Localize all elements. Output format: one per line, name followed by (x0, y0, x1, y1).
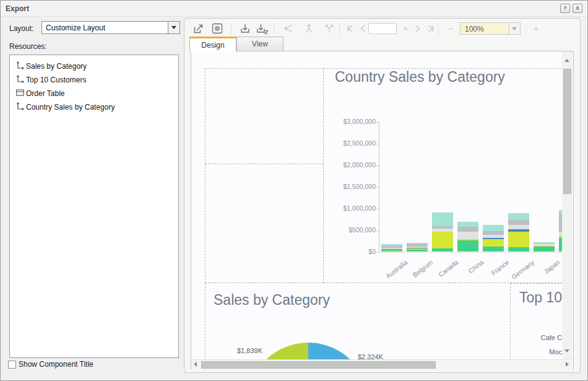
scroll-down-icon[interactable] (564, 349, 569, 353)
export-icon (192, 22, 205, 35)
vertical-scrollbar-thumb[interactable] (563, 69, 571, 194)
horizontal-scrollbar[interactable] (191, 359, 573, 369)
layout-cell-empty-top[interactable] (205, 68, 324, 164)
x-axis-line (379, 252, 562, 253)
scroll-up-icon[interactable] (564, 59, 569, 62)
bar-segment (381, 249, 402, 250)
bar-segment (432, 232, 453, 248)
chart-axis-icon (15, 61, 26, 72)
layout-cell-empty-bottom[interactable] (205, 164, 324, 283)
bar-segment (432, 226, 453, 229)
download-icon (239, 22, 251, 35)
bar-segment (508, 225, 529, 229)
settings-button[interactable] (210, 21, 225, 36)
show-component-title-checkbox[interactable] (8, 361, 16, 369)
resource-item[interactable]: Order Table (10, 87, 178, 100)
design-canvas: Country Sales by Category $3,000,000$2,5… (191, 51, 562, 359)
resource-item[interactable]: Country Sales by Category (10, 100, 178, 114)
table-icon (15, 88, 26, 99)
toolbar-separator (274, 22, 274, 35)
export-button[interactable] (191, 21, 206, 36)
pie-slice-label: $2,324K (358, 353, 383, 359)
close-button[interactable]: X (573, 4, 582, 13)
resource-item-label: Top 10 Customers (26, 76, 86, 84)
bar-segment (457, 232, 478, 239)
y-axis-tick-label: $2,000,000 (321, 161, 376, 169)
merge-up-icon (303, 22, 315, 35)
resource-item[interactable]: Top 10 Customers (10, 73, 178, 87)
toolbar-separator (339, 22, 340, 35)
bar-segment (483, 225, 504, 231)
chevron-down-icon (512, 27, 517, 30)
chevron-down-icon (171, 26, 176, 29)
pie-slice-label: $1,839K (237, 347, 262, 354)
layout-dropdown[interactable]: Customize Layout (41, 21, 180, 34)
bar-segment (483, 238, 504, 239)
tab-design[interactable]: Design (189, 37, 236, 51)
bar-segment (407, 247, 428, 248)
chart-axis-icon (15, 74, 26, 85)
bar-segment (457, 222, 478, 227)
bar-segment (457, 240, 478, 252)
bar-segment (508, 247, 529, 252)
bar-segment (381, 246, 402, 248)
y-axis-tick-label: $2,500,000 (321, 139, 376, 147)
split-left-button (281, 21, 296, 36)
export-dialog: Export ? X Layout: Customize Layout Reso… (0, 0, 588, 381)
bar-segment (407, 248, 428, 250)
top10-category-label: Cafe C (513, 334, 562, 341)
bar-segment (381, 250, 402, 250)
scroll-right-icon[interactable] (566, 362, 569, 367)
top10-category-label: Moc (525, 348, 562, 356)
bar-segment (483, 247, 504, 252)
resource-item[interactable]: Sales by Category (10, 59, 178, 73)
bar-segment (483, 231, 504, 235)
gear-icon (211, 22, 223, 35)
prev-page-icon (358, 23, 369, 34)
last-page-icon (425, 23, 436, 34)
y-axis-tick-label: $0 (321, 248, 376, 255)
bar-segment (432, 212, 453, 226)
page-number-input[interactable] (368, 23, 397, 34)
chart-axis-icon (15, 102, 26, 113)
bar-segment (407, 250, 428, 252)
y-axis-line (379, 122, 379, 253)
country-chart-title: Country Sales by Category (335, 69, 505, 85)
scroll-left-icon[interactable] (194, 362, 197, 367)
bar-segment (432, 229, 453, 232)
merge-up-button (301, 21, 316, 36)
zoom-dropdown-arrow[interactable] (509, 23, 520, 34)
bar-segment (508, 232, 529, 247)
bar-segment (508, 220, 529, 225)
bar-segment (381, 248, 402, 249)
zoom-out-button: − (443, 21, 458, 36)
horizontal-scrollbar-thumb[interactable] (201, 361, 436, 369)
zoom-value: 100% (465, 25, 484, 33)
bar-segment (381, 250, 402, 252)
bar-segment (508, 213, 529, 220)
bar-segment (407, 243, 428, 244)
zoom-dropdown[interactable]: 100% (460, 22, 521, 35)
layout-dropdown-arrow[interactable] (168, 22, 179, 33)
bar-segment (407, 244, 428, 247)
zoom-in-button: + (529, 21, 543, 36)
toolbar-separator (231, 22, 231, 35)
download-button[interactable] (238, 21, 253, 36)
resource-item-label: Sales by Category (26, 62, 87, 71)
title-bar: Export ? X (1, 1, 587, 17)
download-all-button[interactable] (255, 21, 270, 36)
y-axis-tick-label: $500,000 (321, 226, 376, 234)
download-all-icon (256, 22, 269, 35)
bar-segment (432, 248, 453, 252)
layout-label: Layout: (9, 24, 33, 33)
resources-listbox: Sales by CategoryTop 10 CustomersOrder T… (9, 55, 179, 358)
vertical-scrollbar[interactable] (562, 51, 573, 359)
preview-content: Country Sales by Category $3,000,000$2,5… (191, 51, 574, 369)
help-button[interactable]: ? (560, 4, 570, 13)
show-component-title-label: Show Component Title (19, 360, 93, 369)
tab-view[interactable]: View (236, 37, 283, 51)
bar-segment (534, 246, 555, 247)
toolbar-separator (438, 22, 439, 35)
bar-segment (483, 235, 504, 238)
bar-segment (457, 239, 478, 240)
